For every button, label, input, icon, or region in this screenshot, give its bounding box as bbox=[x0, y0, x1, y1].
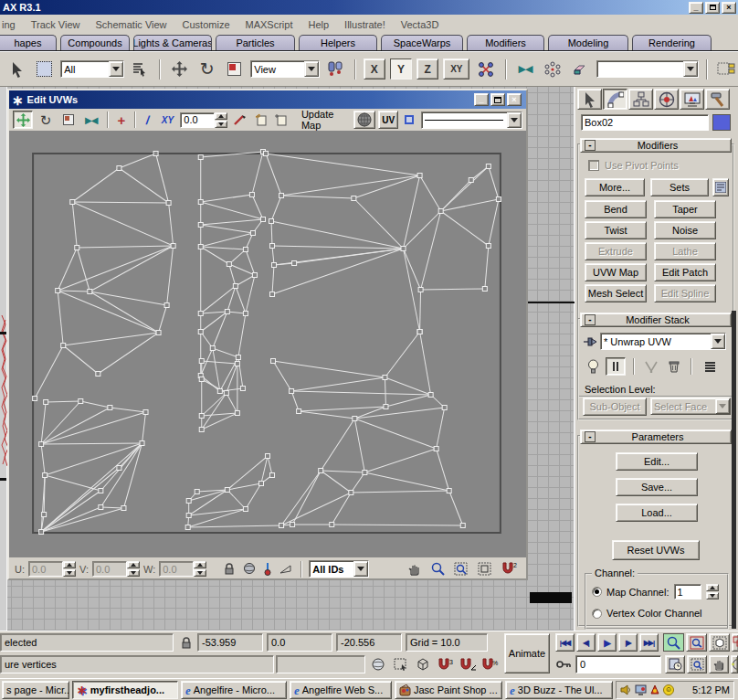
active-toggle-bulb-button[interactable] bbox=[585, 359, 601, 374]
soft-selection-button[interactable] bbox=[261, 562, 274, 576]
tab-utilities[interactable] bbox=[705, 89, 730, 110]
uvw-weld-target-button[interactable] bbox=[272, 111, 289, 129]
configure-button-sets-button[interactable] bbox=[712, 178, 729, 196]
modifier-button-3[interactable]: Noise bbox=[654, 221, 716, 239]
uvw-line-snap-button[interactable]: / bbox=[142, 111, 155, 129]
taskbar-button-4[interactable]: Jasc Paint Shop ... bbox=[395, 681, 502, 699]
snap-cube-button[interactable] bbox=[413, 655, 433, 673]
move-button[interactable] bbox=[168, 58, 191, 81]
ik-toggle-button[interactable] bbox=[474, 58, 497, 81]
arc-rotate-button[interactable] bbox=[731, 655, 738, 673]
dropdown-arrow-icon[interactable] bbox=[711, 334, 725, 349]
dropdown-arrow-icon[interactable] bbox=[109, 61, 123, 77]
align-button[interactable] bbox=[569, 58, 592, 81]
vertex-color-radio[interactable] bbox=[592, 609, 602, 619]
angle-spin-up[interactable] bbox=[215, 112, 227, 120]
current-frame-field[interactable]: 0 bbox=[575, 655, 661, 673]
coord-y-field[interactable]: 0.0 bbox=[267, 633, 332, 652]
texture-list-combo[interactable] bbox=[421, 111, 522, 129]
pin-stack-toggle-button[interactable] bbox=[606, 357, 626, 376]
tab-helpers[interactable]: Helpers bbox=[299, 35, 377, 50]
w-value-field[interactable]: 0.0 bbox=[159, 561, 194, 577]
select-object-button[interactable] bbox=[5, 58, 28, 81]
modifier-button-4[interactable]: Extrude bbox=[585, 242, 647, 260]
map-channel-value-field[interactable]: 1 bbox=[674, 584, 701, 599]
create-key-button[interactable] bbox=[555, 655, 572, 673]
dropdown-arrow-icon[interactable] bbox=[683, 61, 698, 77]
zoom-button[interactable] bbox=[663, 633, 684, 652]
uvw-zoom-extents-button[interactable] bbox=[475, 562, 495, 576]
taskbar-button-0[interactable]: s page - Micr... bbox=[2, 681, 69, 699]
selection-region-toggle-button[interactable] bbox=[391, 655, 409, 673]
uvw-edit-canvas[interactable] bbox=[9, 131, 526, 557]
channel-spin-down[interactable] bbox=[706, 592, 719, 599]
uvw-xy-button[interactable]: XY bbox=[158, 111, 178, 129]
u-value-field[interactable]: 0.0 bbox=[28, 561, 63, 577]
uvw-break-button[interactable] bbox=[230, 111, 250, 129]
pin-stack-icon[interactable] bbox=[583, 335, 597, 348]
reset-uvws-button[interactable]: Reset UVWs bbox=[612, 540, 700, 560]
menu-item-rendering-cut[interactable]: ing bbox=[2, 19, 16, 30]
time-configuration-button[interactable] bbox=[665, 655, 685, 673]
taskbar-button-1[interactable]: ∗ myfirstheadjo... bbox=[72, 681, 178, 699]
tab-create[interactable] bbox=[577, 89, 602, 110]
parameters-rollout-header[interactable]: - Parameters bbox=[580, 430, 732, 444]
uvw-mirror-button[interactable]: ▶◀ bbox=[81, 111, 101, 129]
taskbar-button-5[interactable]: e 3D Buzz - The Ul... bbox=[505, 681, 613, 699]
restrict-x-button[interactable]: X bbox=[364, 58, 385, 80]
tab-rendering[interactable]: Rendering bbox=[632, 35, 712, 50]
dropdown-arrow-icon[interactable] bbox=[507, 112, 522, 128]
uvw-snap-button[interactable]: 2 bbox=[499, 562, 521, 576]
coord-x-field[interactable]: -53.959 bbox=[197, 633, 263, 652]
uv-coords-button[interactable]: UV bbox=[378, 111, 398, 129]
volume-icon[interactable] bbox=[620, 684, 632, 695]
restrict-z-button[interactable]: Z bbox=[416, 58, 438, 80]
use-pivot-points-checkbox[interactable] bbox=[588, 160, 599, 171]
modifier-button-6[interactable]: UVW Map bbox=[585, 263, 647, 281]
v-spin-down[interactable] bbox=[127, 569, 140, 577]
uvw-move-button[interactable] bbox=[13, 111, 33, 129]
object-color-swatch[interactable] bbox=[712, 114, 731, 131]
modifier-button-5[interactable]: Lathe bbox=[654, 242, 716, 260]
rotate-button[interactable]: ↻ bbox=[195, 58, 218, 81]
modifier-button-7[interactable]: Edit Patch bbox=[654, 263, 716, 281]
viewport-left-sliver[interactable] bbox=[0, 87, 7, 631]
tab-shapes[interactable]: hapes bbox=[0, 35, 57, 50]
object-name-field[interactable]: Box02 bbox=[581, 114, 709, 131]
restrict-plane-button[interactable]: XY bbox=[443, 58, 469, 80]
channel-spin-up[interactable] bbox=[706, 584, 719, 591]
load-uvws-button[interactable]: Load... bbox=[616, 504, 698, 522]
tab-lights-cameras[interactable]: Lights & Cameras bbox=[133, 35, 212, 50]
angle-snap-button[interactable] bbox=[459, 655, 479, 673]
modifier-button-1[interactable]: Taper bbox=[654, 200, 716, 218]
uvw-pan-button[interactable] bbox=[404, 562, 424, 576]
messenger-icon[interactable] bbox=[649, 684, 660, 695]
menu-item-vecta3d[interactable]: Vecta3D bbox=[401, 19, 439, 30]
main-titlebar[interactable]: AX R3.1 _ × bbox=[0, 0, 738, 15]
map-channel-radio[interactable] bbox=[592, 587, 602, 597]
edit-uvws-window[interactable]: ∗ Edit UVWs _ × ↻ ▶◀ bbox=[7, 89, 528, 580]
region-zoom-button[interactable] bbox=[687, 655, 707, 673]
menu-item-maxscript[interactable]: MAXScript bbox=[246, 19, 293, 30]
zoom-extents-all-button[interactable] bbox=[732, 633, 738, 652]
sub-object-button[interactable]: Sub-Object bbox=[583, 398, 647, 416]
menu-item-customize[interactable]: Customize bbox=[183, 19, 230, 30]
uvw-scale-button[interactable] bbox=[58, 111, 79, 129]
modifier-sets-button[interactable]: Sets bbox=[650, 178, 709, 196]
previous-frame-button[interactable]: ◀| bbox=[576, 633, 596, 652]
tab-compounds[interactable]: Compounds bbox=[60, 35, 130, 50]
u-spin-down[interactable] bbox=[63, 569, 76, 577]
mirror-button[interactable]: ▶◀ bbox=[514, 58, 537, 81]
uvw-weld-selected-button[interactable] bbox=[253, 111, 269, 129]
smiley-icon[interactable]: ☺ bbox=[663, 684, 674, 695]
remove-modifier-button[interactable] bbox=[665, 360, 683, 373]
go-to-start-button[interactable]: |◀◀ bbox=[555, 633, 575, 652]
restore-button[interactable] bbox=[705, 2, 720, 14]
w-spin-up[interactable] bbox=[194, 561, 206, 568]
taskbar-button-3[interactable]: e Angelfire Web S... bbox=[290, 681, 392, 699]
dropdown-arrow-icon[interactable] bbox=[353, 561, 368, 577]
minimize-button[interactable]: _ bbox=[689, 2, 703, 14]
named-selection-combo[interactable] bbox=[596, 60, 699, 78]
modifier-button-2[interactable]: Twist bbox=[585, 221, 647, 239]
array-button[interactable] bbox=[542, 58, 564, 81]
